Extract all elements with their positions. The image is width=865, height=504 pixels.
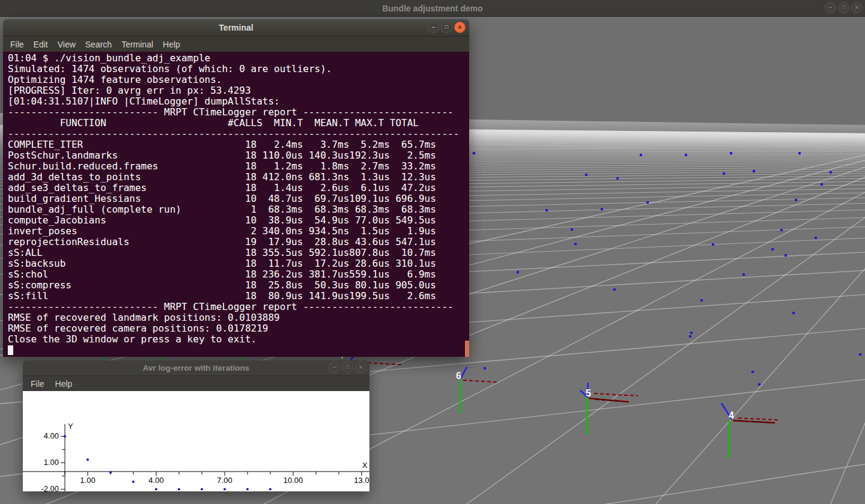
plot-canvas[interactable]: 1.004.007.0010.0013.04.001.00-2.00-5.00Y…: [23, 391, 369, 491]
landmark-point: [751, 371, 754, 373]
main-window-title: Bundle adjustment demo: [382, 4, 482, 13]
y-tick-label: 1.00: [44, 458, 59, 467]
minimize-icon: −: [431, 24, 435, 31]
landmark-point: [771, 248, 774, 250]
landmark-point: [830, 171, 832, 174]
close-icon: ×: [855, 4, 858, 11]
plot-minimize-button[interactable]: −: [329, 362, 340, 373]
data-point: [155, 488, 157, 490]
data-point: [223, 488, 226, 490]
camera-label: 5: [586, 388, 591, 398]
landmark-point: [821, 183, 823, 186]
menu-item-edit[interactable]: Edit: [29, 38, 53, 51]
main-maximize-button[interactable]: □: [838, 2, 849, 13]
landmark-point: [640, 154, 642, 156]
y-tick-label: 4.00: [44, 431, 59, 440]
landmark-point: [700, 299, 703, 302]
camera-label: 6: [456, 371, 461, 381]
landmark-point: [815, 237, 817, 239]
data-point: [109, 472, 112, 474]
minimize-icon: −: [332, 364, 336, 371]
close-icon: ×: [458, 24, 461, 31]
plot-window-title: Avr log-error with iterations: [143, 363, 249, 372]
landmark-point: [517, 271, 519, 273]
landmark-point: [689, 335, 691, 338]
maximize-icon: □: [842, 5, 845, 10]
x-tick-label: 4.00: [148, 476, 163, 485]
terminal-titlebar[interactable]: Terminal − □ ×: [3, 19, 469, 37]
landmark-point: [780, 229, 783, 231]
close-icon: ×: [359, 364, 362, 371]
camera-label: 4: [729, 410, 734, 421]
y-tick-label: -2.00: [41, 484, 59, 491]
x-tick-label: 1.00: [80, 476, 95, 485]
landmark-point: [798, 152, 801, 154]
terminal-close-button[interactable]: ×: [454, 22, 466, 33]
landmark-point: [585, 174, 587, 176]
data-point: [178, 488, 180, 490]
data-point: [86, 458, 89, 461]
landmark-point: [785, 254, 787, 257]
menu-item-view[interactable]: View: [53, 38, 80, 51]
x-axis-label: X: [362, 461, 368, 470]
data-point: [269, 488, 272, 490]
terminal-window: Terminal − □ × FileEditViewSearchTermina…: [3, 19, 469, 356]
plot-window: Avr log-error with iterations − □ × File…: [23, 360, 369, 491]
landmark-point: [723, 172, 725, 175]
data-point: [132, 481, 135, 483]
landmark-point: [473, 152, 475, 154]
menu-item-file[interactable]: File: [25, 377, 50, 390]
landmark-point: [712, 243, 714, 246]
plot-titlebar[interactable]: Avr log-error with iterations − □ ×: [23, 360, 369, 376]
landmark-point: [742, 273, 745, 276]
terminal-output: 01:04 $ ./vision_bundle_adj_example Simu…: [3, 52, 469, 345]
landmark-point: [859, 353, 861, 356]
landmark-point: [571, 228, 573, 231]
landmark-point: [616, 177, 619, 180]
x-tick-label: 7.00: [217, 476, 232, 485]
terminal-minimize-button[interactable]: −: [428, 22, 439, 33]
terminal-title: Terminal: [219, 23, 253, 32]
landmark-point: [685, 154, 687, 156]
landmark-point: [730, 152, 732, 154]
menu-item-search[interactable]: Search: [80, 38, 117, 51]
plot-maximize-button[interactable]: □: [342, 362, 353, 373]
landmark-point: [545, 209, 548, 211]
landmark-point: [574, 243, 577, 245]
landmark-point: [484, 367, 486, 369]
plot-axes: [23, 424, 369, 491]
menu-item-help[interactable]: Help: [50, 377, 78, 390]
data-point: [64, 435, 66, 437]
landmark-point: [792, 312, 795, 314]
terminal-scrollbar-thumb[interactable]: [465, 341, 469, 357]
landmark-point: [758, 383, 760, 386]
plot-menubar: FileHelp: [23, 376, 369, 391]
data-point: [201, 488, 203, 490]
landmark-point: [795, 199, 797, 201]
minimize-icon: −: [828, 4, 832, 11]
main-minimize-button[interactable]: −: [825, 2, 836, 13]
maximize-icon: □: [346, 365, 349, 370]
terminal-cursor: [8, 345, 13, 355]
landmark-point: [601, 208, 603, 210]
landmark-point: [613, 288, 616, 291]
maximize-icon: □: [445, 25, 448, 30]
landmark-point: [753, 170, 755, 172]
x-tick-label: 10.00: [284, 476, 303, 485]
main-close-button[interactable]: ×: [851, 2, 863, 13]
terminal-maximize-button[interactable]: □: [441, 22, 452, 33]
main-window-titlebar: Bundle adjustment demo − □ ×: [0, 0, 865, 17]
landmark-point: [690, 332, 693, 334]
menu-item-file[interactable]: File: [5, 38, 29, 51]
terminal-screen[interactable]: 01:04 $ ./vision_bundle_adj_example Simu…: [3, 52, 469, 357]
desktop: 7654 Bundle adjustment demo − □ × Termin…: [0, 0, 865, 504]
menu-item-terminal[interactable]: Terminal: [117, 38, 158, 51]
plot-close-button[interactable]: ×: [355, 362, 366, 373]
y-axis-label: Y: [68, 422, 73, 431]
data-point: [246, 488, 249, 490]
landmark-point: [646, 201, 649, 204]
menu-item-help[interactable]: Help: [158, 38, 185, 51]
x-tick-label: 13.0: [354, 476, 369, 485]
plot-tick-labels: 1.004.007.0010.0013.04.001.00-2.00-5.00Y…: [41, 422, 369, 491]
terminal-menubar: FileEditViewSearchTerminalHelp: [3, 37, 469, 52]
